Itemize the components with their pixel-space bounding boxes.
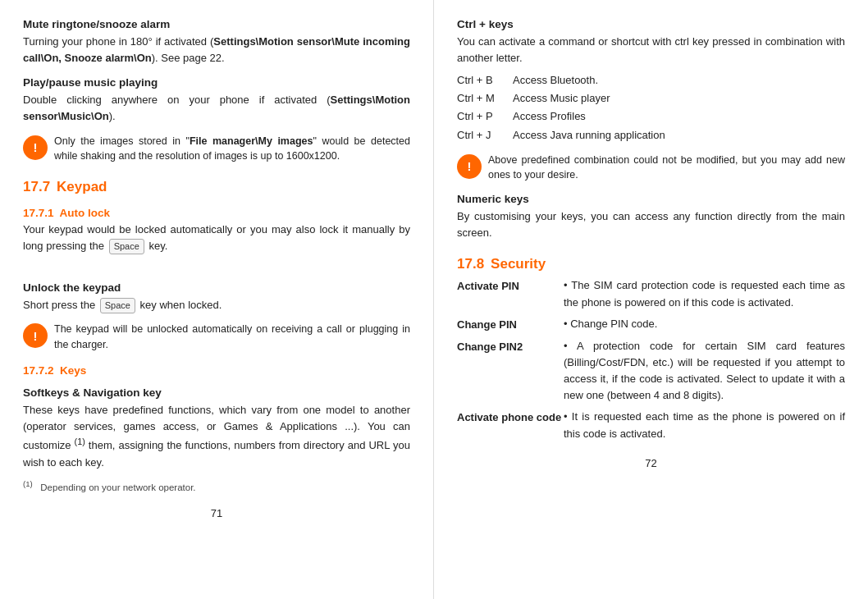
page-left: Mute ringtone/snooze alarm Turning your … bbox=[0, 0, 434, 599]
page-container: Mute ringtone/snooze alarm Turning your … bbox=[0, 0, 868, 599]
ctrl-b-desc: Access Bluetooth. bbox=[513, 71, 598, 89]
note-icon-2: ! bbox=[23, 323, 48, 348]
note-box-ctrl: ! Above predefined combination could not… bbox=[457, 153, 845, 184]
change-pin-label: Change PIN bbox=[457, 316, 564, 333]
space-key-1: Space bbox=[109, 239, 144, 254]
change-pin-row: Change PIN • Change PIN code. bbox=[457, 316, 845, 333]
numeric-keys-para: By customising your keys, you can access… bbox=[457, 208, 845, 241]
page-number-right: 72 bbox=[457, 457, 845, 469]
activate-pin-content: • The SIM card protection code is reques… bbox=[564, 277, 845, 310]
autolock-para: Your keypad would be locked automaticall… bbox=[23, 222, 410, 254]
mute-title: Mute ringtone/snooze alarm bbox=[23, 18, 410, 30]
ctrl-keys-para: You can activate a command or shortcut w… bbox=[457, 34, 845, 66]
heading-security-num: 17.8 bbox=[457, 256, 484, 272]
heading-keypad-num: 17.7 bbox=[23, 179, 50, 195]
ctrl-row-b: Ctrl + B Access Bluetooth. bbox=[457, 71, 845, 89]
change-pin-content: • Change PIN code. bbox=[564, 316, 845, 332]
ctrl-row-m: Ctrl + M Access Music player bbox=[457, 89, 845, 107]
note-box-unlock: ! The keypad will be unlocked automatica… bbox=[23, 322, 410, 353]
heading-security: 17.8 Security bbox=[457, 256, 845, 272]
space-key-2: Space bbox=[100, 298, 135, 313]
change-pin2-content: • A protection code for certain SIM card… bbox=[564, 338, 845, 405]
unlock-para: Short press the Space key when locked. bbox=[23, 297, 410, 313]
activate-phone-code-row: Activate phone code • It is requested ea… bbox=[457, 409, 845, 441]
ctrl-row-p: Ctrl + P Access Profiles bbox=[457, 107, 845, 126]
ctrl-table: Ctrl + B Access Bluetooth. Ctrl + M Acce… bbox=[457, 71, 845, 144]
ctrl-row-j: Ctrl + J Access Java running application bbox=[457, 126, 845, 144]
activate-phone-code-content: • It is requested each time as the phone… bbox=[564, 409, 845, 441]
heading-keypad-title: Keypad bbox=[57, 179, 107, 195]
note-icon-3: ! bbox=[457, 154, 482, 179]
mute-para: Turning your phone in 180° if activated … bbox=[23, 34, 410, 66]
sub-heading-keys: 17.7.2 Keys bbox=[23, 364, 410, 377]
note-text-ctrl: Above predefined combination could not b… bbox=[488, 153, 845, 184]
ctrl-p-key: Ctrl + P bbox=[457, 107, 513, 126]
numeric-keys-title: Numeric keys bbox=[457, 193, 845, 205]
note-text-unlock: The keypad will be unlocked automaticall… bbox=[54, 322, 410, 353]
ctrl-p-desc: Access Profiles bbox=[513, 107, 586, 126]
play-para: Double clicking anywhere on your phone i… bbox=[23, 92, 410, 125]
change-pin2-row: Change PIN2 • A protection code for cert… bbox=[457, 338, 845, 405]
activate-pin-row: Activate PIN • The SIM card protection c… bbox=[457, 277, 845, 310]
ctrl-m-desc: Access Music player bbox=[513, 89, 610, 107]
note-icon: ! bbox=[23, 135, 48, 160]
ctrl-m-key: Ctrl + M bbox=[457, 89, 513, 107]
page-right: Ctrl + keys You can activate a command o… bbox=[434, 0, 868, 599]
ctrl-j-key: Ctrl + J bbox=[457, 126, 513, 144]
activate-pin-label: Activate PIN bbox=[457, 277, 564, 295]
footnote: (1) Depending on your network operator. bbox=[23, 479, 410, 492]
change-pin2-label: Change PIN2 bbox=[457, 338, 564, 355]
softkeys-title: Softkeys & Navigation key bbox=[23, 386, 410, 399]
note-box-images: ! Only the images stored in "File manage… bbox=[23, 134, 410, 165]
ctrl-keys-title: Ctrl + keys bbox=[457, 18, 845, 30]
unlock-title: Unlock the keypad bbox=[23, 281, 410, 294]
page-number-left: 71 bbox=[23, 507, 410, 519]
softkeys-para: These keys have predefined functions, wh… bbox=[23, 402, 410, 471]
sub-heading-autolock: 17.7.1 Auto lock bbox=[23, 207, 410, 219]
play-title: Play/pause music playing bbox=[23, 76, 410, 89]
heading-keypad: 17.7 Keypad bbox=[23, 179, 410, 195]
ctrl-b-key: Ctrl + B bbox=[457, 71, 513, 89]
note-text-images: Only the images stored in "File manager\… bbox=[54, 134, 410, 165]
ctrl-j-desc: Access Java running application bbox=[513, 126, 665, 144]
activate-phone-code-label: Activate phone code bbox=[457, 409, 564, 426]
heading-security-title: Security bbox=[491, 256, 546, 272]
